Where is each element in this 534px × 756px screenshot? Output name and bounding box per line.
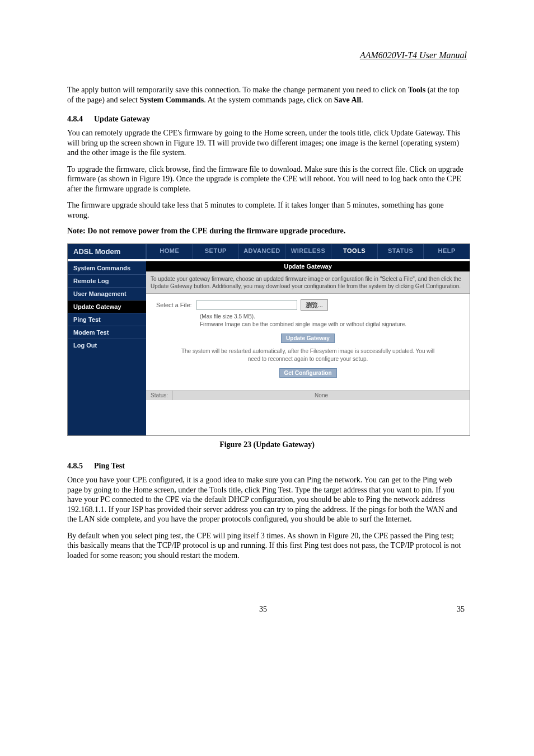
p484-3: The firmware upgrade should take less th… bbox=[67, 200, 467, 220]
panel-description: To update your gateway firmware, choose … bbox=[146, 271, 470, 294]
figure-23-caption: Figure 23 (Update Gateway) bbox=[67, 440, 467, 449]
sidebar-item-modem-test[interactable]: Modem Test bbox=[68, 326, 146, 339]
tab-wireless[interactable]: WIRELESS bbox=[285, 244, 331, 259]
intro-text-1: The apply button will temporarily save t… bbox=[67, 86, 408, 94]
sidebar-item-update-gateway[interactable]: Update Gateway bbox=[68, 300, 146, 313]
hint-image-desc: Firmware Image can be the combined singl… bbox=[200, 321, 460, 328]
p485-2: By default when you select ping test, th… bbox=[67, 531, 467, 561]
update-gateway-button[interactable]: Update Gateway bbox=[281, 334, 335, 343]
sidebar-item-ping-test[interactable]: Ping Test bbox=[68, 313, 146, 326]
intro-paragraph: The apply button will temporarily save t… bbox=[67, 85, 467, 105]
sidebar-item-user-management[interactable]: User Management bbox=[68, 287, 146, 300]
intro-text-3: . At the system commands page, click on bbox=[204, 96, 334, 104]
intro-period: . bbox=[361, 96, 363, 104]
p485-1: Once you have your CPE configured, it is… bbox=[67, 475, 467, 524]
sidebar-item-log-out[interactable]: Log Out bbox=[68, 339, 146, 351]
section-4-8-5-title: Ping Test bbox=[94, 462, 125, 470]
hint-max-size: (Max file size 3.5 MB). bbox=[200, 313, 460, 321]
modem-screenshot: ADSL Modem HOME SETUP ADVANCED WIRELESS … bbox=[67, 243, 470, 436]
page-number-right: 35 bbox=[457, 605, 465, 614]
section-4-8-5-heading: 4.8.5Ping Test bbox=[67, 462, 467, 471]
p484-1: You can remotely upgrade the CPE's firmw… bbox=[67, 128, 467, 158]
section-4-8-4-heading: 4.8.4Update Gateway bbox=[67, 115, 467, 124]
sidebar-item-remote-log[interactable]: Remote Log bbox=[68, 274, 146, 287]
status-label: Status: bbox=[146, 391, 173, 400]
tab-home[interactable]: HOME bbox=[146, 244, 193, 259]
file-path-input[interactable] bbox=[196, 300, 297, 310]
p484-2: To upgrade the firmware, click browse, f… bbox=[67, 165, 467, 194]
intro-bold-tools: Tools bbox=[408, 86, 425, 94]
manual-title: AAM6020VI-T4 User Manual bbox=[67, 50, 467, 60]
tab-advanced[interactable]: ADVANCED bbox=[238, 244, 285, 259]
tab-setup[interactable]: SETUP bbox=[193, 244, 239, 259]
section-4-8-5-num: 4.8.5 bbox=[67, 462, 83, 471]
section-4-8-4-title: Update Gateway bbox=[94, 115, 150, 123]
tab-tools[interactable]: TOOLS bbox=[331, 244, 377, 259]
status-value: None bbox=[173, 391, 470, 400]
page-footer: 35 35 bbox=[67, 605, 467, 614]
sidebar-item-system-commands[interactable]: System Commands bbox=[68, 261, 146, 274]
browse-button[interactable]: 瀏覽... bbox=[301, 299, 328, 311]
modem-brand: ADSL Modem bbox=[68, 244, 146, 259]
intro-bold-syscmd: System Commands bbox=[139, 96, 204, 104]
firmware-note: Note: Do not remove power from the CPE d… bbox=[67, 227, 467, 236]
page-number-center: 35 bbox=[259, 605, 267, 614]
section-4-8-4-num: 4.8.4 bbox=[67, 115, 83, 124]
select-file-label: Select a File: bbox=[156, 302, 192, 308]
intro-bold-saveall: Save All bbox=[334, 96, 362, 104]
restart-notice: The system will be restarted automatical… bbox=[156, 348, 460, 363]
tab-status[interactable]: STATUS bbox=[377, 244, 424, 259]
tab-help[interactable]: HELP bbox=[423, 244, 470, 259]
panel-title: Update Gateway bbox=[146, 261, 470, 271]
get-configuration-button[interactable]: Get Configuration bbox=[279, 368, 337, 378]
